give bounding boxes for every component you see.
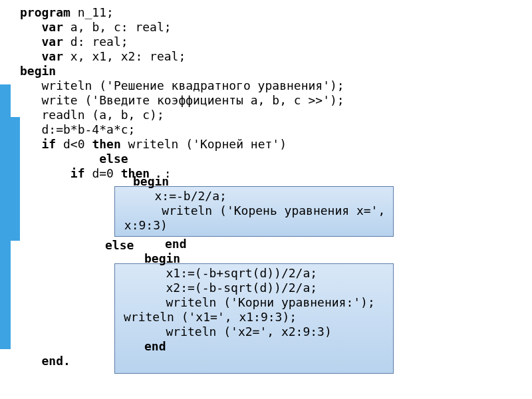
code-line: x1:=(-b+sqrt(d))/2/a;	[144, 266, 317, 281]
code-line: writeln ('x1=', x1:9:3);	[124, 310, 297, 325]
code-line: x2:=(-b-sqrt(d))/2/a;	[144, 281, 317, 295]
code-line: d:=b*b-4*a*c;	[20, 122, 135, 137]
code-keyword-begin: begin	[144, 251, 180, 266]
code-line: program n_11;	[20, 5, 114, 20]
code-line: writeln ('x2=', x2:9:3)	[144, 325, 332, 339]
code-line: begin	[20, 64, 56, 78]
code-line: var d: real;	[20, 35, 128, 49]
decorative-strip-wide	[0, 117, 20, 241]
code-line: writeln ('Решение квадратного уравнения'…	[20, 78, 344, 93]
code-keyword-begin: begin	[133, 174, 169, 189]
code-line: if d<0 then writeln ('Корней нет')	[20, 137, 287, 152]
code-keyword-end-dot: end.	[20, 354, 70, 368]
code-keyword-else: else	[105, 238, 134, 253]
code-slide: program n_11; var a, b, c: real; var d: …	[0, 0, 532, 399]
code-line: else	[20, 152, 128, 166]
code-line: write ('Введите коэффициенты a, b, c >>'…	[20, 93, 344, 108]
code-line: var x, x1, x2: real;	[20, 49, 186, 64]
code-keyword-end: end	[144, 339, 166, 354]
code-line: writeln ('Корень уравнения x=',	[133, 203, 385, 218]
code-keyword-end: end	[165, 237, 187, 251]
code-line: readln (a, b, c);	[20, 108, 164, 122]
code-line: var a, b, c: real;	[20, 20, 172, 35]
code-line: x:9:3)	[117, 218, 168, 233]
code-line: x:=-b/2/a;	[133, 189, 227, 203]
code-line: writeln ('Корни уравнения:');	[144, 295, 375, 310]
